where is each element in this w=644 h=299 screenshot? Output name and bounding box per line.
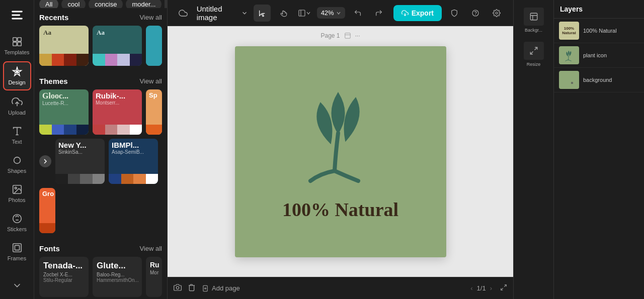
svg-line-30 (504, 285, 506, 287)
font-sub2-tenada: Stilu-Regular (43, 277, 85, 283)
layer-item-bg[interactable]: background (554, 68, 644, 92)
layout-tool-btn[interactable] (296, 5, 313, 22)
theme-item-sp[interactable]: Sp (146, 89, 162, 135)
font-item-glute[interactable]: Glute... Baloo-Reg... HammersmithOn... (93, 257, 142, 297)
sidebar-item-frames[interactable]: Frames (3, 238, 31, 265)
page-label: Page 1 ··· (320, 32, 360, 39)
recents-view-all[interactable]: View all (139, 14, 162, 21)
sidebar-more[interactable] (3, 276, 31, 295)
font-sub2-glute: HammersmithOn... (97, 277, 138, 283)
bottom-trash-btn[interactable] (188, 283, 196, 293)
sidebar-item-stickers[interactable]: Stickers (3, 209, 31, 236)
shield-btn[interactable] (446, 5, 463, 22)
filter-dropdown[interactable] (165, 0, 167, 8)
filter-chip-modern[interactable]: moder... (126, 0, 162, 8)
background-panel-btn[interactable]: Backgr... (518, 4, 550, 36)
hand-tool-btn[interactable] (275, 5, 292, 22)
svg-rect-32 (530, 13, 537, 20)
filter-chip-cool[interactable]: cool (61, 0, 86, 8)
add-page-btn[interactable]: Add page (202, 284, 240, 292)
layers-panel: Layers 100%Natural 100% Natural plant ic… (553, 0, 644, 299)
canvas[interactable]: 100% Natural (235, 46, 446, 257)
svg-line-31 (501, 288, 503, 290)
sidebar-item-design[interactable]: Design (3, 61, 31, 90)
zoom-control[interactable]: 42% (317, 7, 345, 19)
page-prev-btn[interactable]: ‹ (470, 284, 472, 292)
sidebar-item-design-label: Design (8, 79, 25, 85)
svg-rect-3 (13, 38, 16, 41)
theme-item-glooc[interactable]: Glooc... Lucette-R... (39, 89, 89, 135)
layer-thumb-plant (559, 46, 579, 64)
recents-title: Recents (39, 13, 68, 22)
undo-btn[interactable] (349, 5, 366, 22)
canvas-wrapper: Page 1 ··· 100% Natural (168, 26, 513, 277)
filter-chip-all[interactable]: All (39, 0, 58, 8)
themes-title: Themes (39, 77, 68, 85)
themes-view-all[interactable]: View all (139, 77, 162, 85)
themes-scroll-right[interactable] (39, 155, 51, 167)
document-title[interactable]: Untitled image (197, 5, 248, 22)
recents-grid: Aa Aa (39, 26, 162, 66)
sidebar-item-templates-label: Templates (4, 49, 29, 55)
page-nav: ‹ 1/1 › (470, 284, 507, 292)
fonts-grid: Tenada-... Zocbel X-E... Stilu-Regular G… (39, 257, 162, 297)
svg-point-23 (496, 12, 498, 14)
redo-btn[interactable] (370, 5, 387, 22)
resize-panel-btn[interactable]: Resize (518, 38, 550, 70)
svg-rect-5 (13, 42, 16, 46)
sidebar-item-shapes[interactable]: Shapes (3, 151, 31, 178)
filter-bar: All cool concise moder... (34, 0, 167, 8)
svg-rect-24 (345, 33, 350, 39)
sidebar-item-upload[interactable]: Upload (3, 92, 31, 120)
font-item-tenada[interactable]: Tenada-... Zocbel X-E... Stilu-Regular (39, 257, 89, 297)
fonts-title: Fonts (39, 244, 60, 253)
recents-header: Recents View all (39, 8, 162, 26)
logo[interactable] (3, 4, 31, 26)
bottom-camera-btn[interactable] (174, 283, 182, 293)
recent-item-2[interactable]: Aa (93, 26, 142, 66)
fullscreen-btn[interactable] (500, 284, 507, 292)
svg-point-26 (176, 286, 179, 289)
font-sub1-tenada: Zocbel X-E... (43, 272, 85, 277)
export-button[interactable]: Export (393, 5, 442, 21)
font-name-ru: Ru (150, 261, 158, 269)
right-mini-panel: Backgr... Resize (513, 0, 553, 299)
svg-point-7 (16, 70, 19, 73)
recent-item-3[interactable] (146, 26, 162, 66)
top-bar-tools: 42% (254, 5, 387, 22)
svg-rect-18 (299, 10, 305, 16)
font-sub1-glute: Baloo-Reg... (97, 272, 138, 277)
fonts-view-all[interactable]: View all (139, 245, 162, 252)
layer-item-text[interactable]: 100%Natural 100% Natural (554, 19, 644, 43)
help-btn[interactable] (467, 5, 484, 22)
recents-section: Recents View all Aa Aa (34, 8, 167, 72)
svg-rect-6 (17, 42, 21, 46)
recent-item-1[interactable]: Aa (39, 26, 89, 66)
layers-header: Layers (554, 0, 644, 19)
page-more-btn[interactable]: ··· (355, 32, 360, 39)
theme-item-rubik[interactable]: Rubik-... Montserr... (93, 89, 142, 135)
select-tool-btn[interactable] (254, 5, 271, 22)
page-next-btn[interactable]: › (490, 284, 492, 292)
settings-btn[interactable] (488, 5, 505, 22)
theme-item-newy[interactable]: New Y... SinkinSa... (55, 139, 105, 184)
svg-rect-36 (571, 82, 573, 84)
cloud-save-btn[interactable] (176, 5, 191, 22)
layer-item-plant[interactable]: plant icon (554, 43, 644, 68)
layer-thumb-bg (559, 71, 579, 89)
sidebar-item-photos[interactable]: Photos (3, 180, 31, 207)
main-area: Untitled image 42% (168, 0, 513, 299)
sidebar-item-shapes-label: Shapes (8, 168, 26, 174)
layer-name-bg: background (583, 77, 612, 83)
theme-item-ibm[interactable]: IBMPl... Asap-SemiB... (109, 139, 158, 184)
svg-rect-4 (17, 38, 21, 41)
theme-item-gro[interactable]: Gro (39, 188, 55, 233)
sidebar-item-templates[interactable]: Templates (3, 32, 31, 59)
font-name-glute: Glute... (97, 261, 138, 271)
layer-thumb-text: 100%Natural (559, 22, 579, 40)
bottom-bar: Add page ‹ 1/1 › (168, 277, 513, 299)
sidebar-item-text[interactable]: Text (3, 122, 31, 149)
themes-section: Themes View all Glooc... Lucette-R... Ru… (34, 72, 167, 239)
filter-chip-concise[interactable]: concise (89, 0, 123, 8)
font-item-ru[interactable]: Ru Mor (146, 257, 162, 297)
